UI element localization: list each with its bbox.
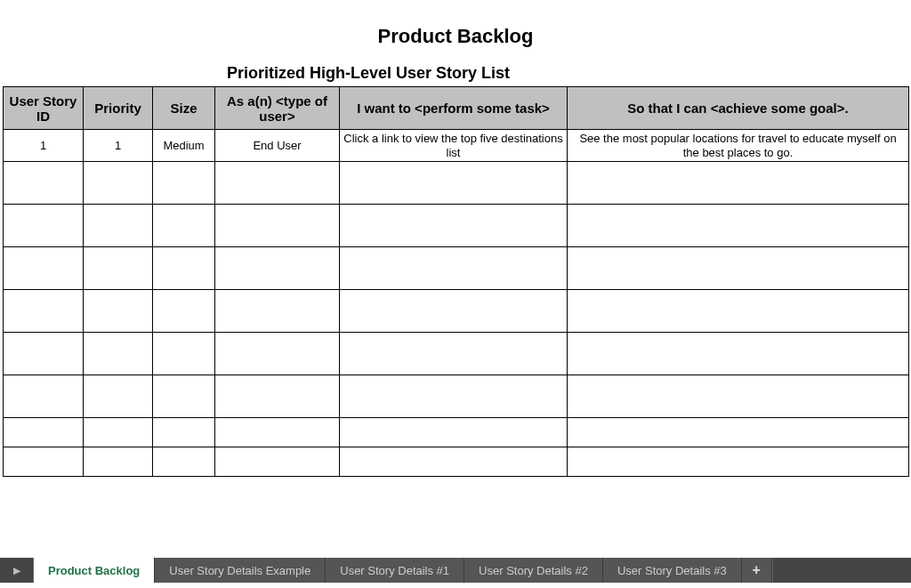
sheet-tab[interactable]: User Story Details #2 [464,558,603,583]
cell-task[interactable] [340,205,568,247]
col-header-task[interactable]: I want to <perform some task> [340,87,568,130]
cell-priority[interactable] [84,205,153,247]
table-row: 11MediumEnd UserClick a link to view the… [4,130,909,162]
table-row [4,333,909,375]
sheet-tab[interactable]: User Story Details #3 [603,558,742,583]
cell-task[interactable] [340,247,568,290]
cell-task[interactable] [340,333,568,375]
cell-id[interactable] [4,333,84,375]
sheet-tab[interactable]: User Story Details Example [155,558,326,583]
cell-size[interactable] [153,290,215,333]
cell-priority[interactable] [84,418,153,447]
cell-size[interactable] [153,205,215,247]
cell-task[interactable] [340,418,568,447]
cell-task[interactable] [340,290,568,333]
table-header-row: User Story ID Priority Size As a(n) <typ… [4,87,909,130]
cell-id[interactable] [4,375,84,418]
cell-user_type[interactable]: End User [215,130,340,162]
cell-goal[interactable] [568,205,909,247]
cell-task[interactable] [340,447,568,477]
cell-id[interactable] [4,418,84,447]
table-row [4,162,909,205]
cell-goal[interactable] [568,375,909,418]
cell-id[interactable] [4,290,84,333]
cell-user_type[interactable] [215,447,340,477]
cell-size[interactable] [153,375,215,418]
add-sheet-button[interactable]: + [742,558,772,583]
cell-user_type[interactable] [215,247,340,290]
cell-task[interactable] [340,375,568,418]
cell-task[interactable] [340,162,568,205]
cell-size[interactable] [153,333,215,375]
cell-priority[interactable] [84,247,153,290]
cell-priority[interactable] [84,447,153,477]
cell-size[interactable] [153,447,215,477]
cell-id[interactable]: 1 [4,130,84,162]
cell-priority[interactable] [84,290,153,333]
col-header-usertype[interactable]: As a(n) <type of user> [215,87,340,130]
cell-user_type[interactable] [215,205,340,247]
cell-user_type[interactable] [215,162,340,205]
cell-user_type[interactable] [215,290,340,333]
cell-size[interactable] [153,162,215,205]
cell-user_type[interactable] [215,333,340,375]
sheet-tab-bar: ▶ Product BacklogUser Story Details Exam… [0,558,911,583]
table-row [4,447,909,477]
cell-task[interactable]: Click a link to view the top five destin… [340,130,568,162]
sheet-tab[interactable]: Product Backlog [34,558,155,583]
table-row [4,418,909,447]
cell-goal[interactable]: See the most popular locations for trave… [568,130,909,162]
col-header-id[interactable]: User Story ID [4,87,84,130]
cell-user_type[interactable] [215,418,340,447]
cell-goal[interactable] [568,418,909,447]
cell-id[interactable] [4,162,84,205]
sheet-tab[interactable]: User Story Details #1 [326,558,464,583]
table-row [4,205,909,247]
cell-goal[interactable] [568,247,909,290]
cell-size[interactable]: Medium [153,130,215,162]
tab-nav-button[interactable]: ▶ [0,558,34,583]
cell-goal[interactable] [568,333,909,375]
cell-goal[interactable] [568,447,909,477]
play-icon: ▶ [13,565,20,576]
cell-goal[interactable] [568,290,909,333]
col-header-priority[interactable]: Priority [84,87,153,130]
page-title: Product Backlog [0,0,911,64]
cell-id[interactable] [4,247,84,290]
col-header-size[interactable]: Size [153,87,215,130]
cell-priority[interactable]: 1 [84,130,153,162]
cell-goal[interactable] [568,162,909,205]
cell-size[interactable] [153,418,215,447]
cell-priority[interactable] [84,375,153,418]
cell-user_type[interactable] [215,375,340,418]
cell-priority[interactable] [84,333,153,375]
table-row [4,290,909,333]
page-subtitle: Prioritized High-Level User Story List [0,64,911,86]
cell-size[interactable] [153,247,215,290]
table-row [4,247,909,290]
col-header-goal[interactable]: So that I can <achieve some goal>. [568,87,909,130]
cell-id[interactable] [4,447,84,477]
tab-bar-spacer [772,558,911,583]
cell-priority[interactable] [84,162,153,205]
backlog-table: User Story ID Priority Size As a(n) <typ… [3,86,909,477]
cell-id[interactable] [4,205,84,247]
table-row [4,375,909,418]
